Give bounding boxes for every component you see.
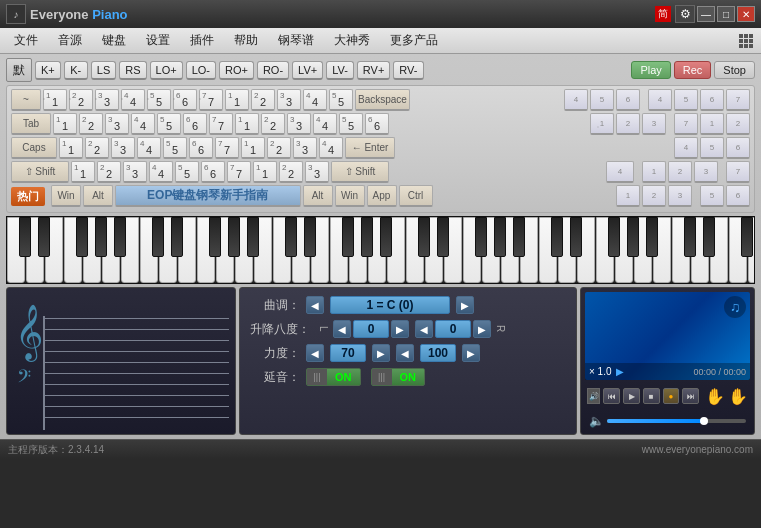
- caps-key[interactable]: Caps: [11, 137, 57, 159]
- menu-masters[interactable]: 大神秀: [324, 30, 380, 52]
- numpad-2r4[interactable]: 2: [668, 161, 692, 183]
- rv-plus-button[interactable]: RV+: [357, 61, 391, 80]
- key-11-row1[interactable]: 44: [303, 89, 327, 111]
- black-key-2-0[interactable]: [285, 217, 297, 257]
- alt-l-key[interactable]: Alt: [83, 185, 113, 207]
- black-key-2-5[interactable]: [380, 217, 392, 257]
- numpad-3r4[interactable]: 3: [694, 161, 718, 183]
- right-hand-icon[interactable]: ✋: [728, 385, 748, 407]
- numpad-8r2[interactable]: 2: [616, 113, 640, 135]
- menu-keyboard[interactable]: 键盘: [92, 30, 136, 52]
- numpad-7ar2[interactable]: 7: [674, 113, 698, 135]
- key-7-row1[interactable]: ̣77: [199, 89, 223, 111]
- q-key[interactable]: 11: [53, 113, 77, 135]
- numpad-4r3[interactable]: 4: [674, 137, 698, 159]
- c-key[interactable]: 33: [123, 161, 147, 183]
- numpad-7-r1[interactable]: 7: [726, 89, 750, 111]
- speed-arrow[interactable]: ▶: [616, 366, 624, 377]
- i-key[interactable]: 11: [235, 113, 259, 135]
- black-key-1-0[interactable]: [152, 217, 164, 257]
- key-6-row1[interactable]: ̣66: [173, 89, 197, 111]
- key-12-row1[interactable]: 55: [329, 89, 353, 111]
- numpad-5r3[interactable]: 5: [700, 137, 724, 159]
- tilde-key[interactable]: ~: [11, 89, 41, 111]
- period-key[interactable]: 22: [279, 161, 303, 183]
- black-key-4-1[interactable]: [570, 217, 582, 257]
- transport-prev[interactable]: ⏮: [603, 388, 620, 404]
- app-key[interactable]: App: [367, 185, 397, 207]
- numpad-6a-r1[interactable]: 6: [700, 89, 724, 111]
- black-key-5-3[interactable]: [741, 217, 753, 257]
- enter-key[interactable]: ← Enter: [345, 137, 395, 159]
- j-key[interactable]: 77: [215, 137, 239, 159]
- key-5-row1[interactable]: ̣55: [147, 89, 171, 111]
- numpad-1r4[interactable]: 1: [642, 161, 666, 183]
- numpad-5-r1[interactable]: 5: [590, 89, 614, 111]
- black-key-0-3[interactable]: [76, 217, 88, 257]
- black-key-1-5[interactable]: [247, 217, 259, 257]
- menu-help[interactable]: 帮助: [224, 30, 268, 52]
- volume-icon[interactable]: 🔊: [587, 388, 600, 404]
- black-key-2-3[interactable]: [342, 217, 354, 257]
- transpose-left-arrow[interactable]: ◀: [333, 320, 351, 338]
- win-r-key[interactable]: Win: [335, 185, 365, 207]
- black-key-4-3[interactable]: [608, 217, 620, 257]
- transpose-left-right-arrow[interactable]: ▶: [391, 320, 409, 338]
- transport-play[interactable]: ▶: [623, 388, 640, 404]
- shift-r-key[interactable]: ⇧ Shift: [331, 161, 389, 183]
- black-key-5-0[interactable]: [684, 217, 696, 257]
- left-hand-icon[interactable]: ✋: [705, 385, 725, 407]
- velocity-right-arrow[interactable]: ◀: [396, 344, 414, 362]
- numpad-7r4[interactable]: 7: [726, 161, 750, 183]
- ro-plus-button[interactable]: RO+: [219, 61, 254, 80]
- x-key[interactable]: 22: [97, 161, 121, 183]
- transpose-right-right-arrow[interactable]: ▶: [473, 320, 491, 338]
- numpad-4-r1[interactable]: 4: [564, 89, 588, 111]
- black-key-1-1[interactable]: [171, 217, 183, 257]
- rv-minus-button[interactable]: RV-: [393, 61, 423, 80]
- hot-label[interactable]: 热门: [11, 187, 45, 206]
- key-right-arrow[interactable]: ▶: [456, 296, 474, 314]
- key-1-row1[interactable]: ̣11: [43, 89, 67, 111]
- black-key-5-1[interactable]: [703, 217, 715, 257]
- numpad-7r2[interactable]: ̣1: [590, 113, 614, 135]
- menu-sheet[interactable]: 钢琴谱: [268, 30, 324, 52]
- numpad-5a-r1[interactable]: 5: [674, 89, 698, 111]
- velocity-left-right-arrow[interactable]: ▶: [372, 344, 390, 362]
- velocity-right-right-arrow[interactable]: ▶: [462, 344, 480, 362]
- tab-key[interactable]: Tab: [11, 113, 51, 135]
- semicolon-key[interactable]: 33: [293, 137, 317, 159]
- black-key-0-0[interactable]: [19, 217, 31, 257]
- rec-button[interactable]: Rec: [674, 61, 712, 79]
- win-l-key[interactable]: Win: [51, 185, 81, 207]
- t-key[interactable]: 55: [157, 113, 181, 135]
- key-2-row1[interactable]: ̣22: [69, 89, 93, 111]
- numpad-3r5[interactable]: 3: [668, 185, 692, 207]
- numpad-2r5[interactable]: 2: [642, 185, 666, 207]
- comma-key[interactable]: 11: [253, 161, 277, 183]
- numpad-2r2[interactable]: 2: [726, 113, 750, 135]
- black-key-3-4[interactable]: [494, 217, 506, 257]
- transport-stop[interactable]: ■: [643, 388, 660, 404]
- numpad-6r5[interactable]: 6: [726, 185, 750, 207]
- b-key[interactable]: 55: [175, 161, 199, 183]
- y-key[interactable]: 66: [183, 113, 207, 135]
- black-key-0-1[interactable]: [38, 217, 50, 257]
- black-key-2-4[interactable]: [361, 217, 373, 257]
- s-key[interactable]: 22: [85, 137, 109, 159]
- black-key-4-5[interactable]: [646, 217, 658, 257]
- key-left-arrow[interactable]: ◀: [306, 296, 324, 314]
- z-key[interactable]: 11: [71, 161, 95, 183]
- k-plus-button[interactable]: K+: [35, 61, 61, 80]
- quote-key[interactable]: 44: [319, 137, 343, 159]
- lo-minus-button[interactable]: LO-: [186, 61, 216, 80]
- numpad-6-r1[interactable]: 6: [616, 89, 640, 111]
- g-key[interactable]: 55: [163, 137, 187, 159]
- a-key[interactable]: 11: [59, 137, 83, 159]
- k-key[interactable]: 11: [241, 137, 265, 159]
- key-3-row1[interactable]: ̣33: [95, 89, 119, 111]
- key-4-row1[interactable]: ̣44: [121, 89, 145, 111]
- numpad-5r5[interactable]: 5: [700, 185, 724, 207]
- lo-plus-button[interactable]: LO+: [150, 61, 183, 80]
- ro-minus-button[interactable]: RO-: [257, 61, 289, 80]
